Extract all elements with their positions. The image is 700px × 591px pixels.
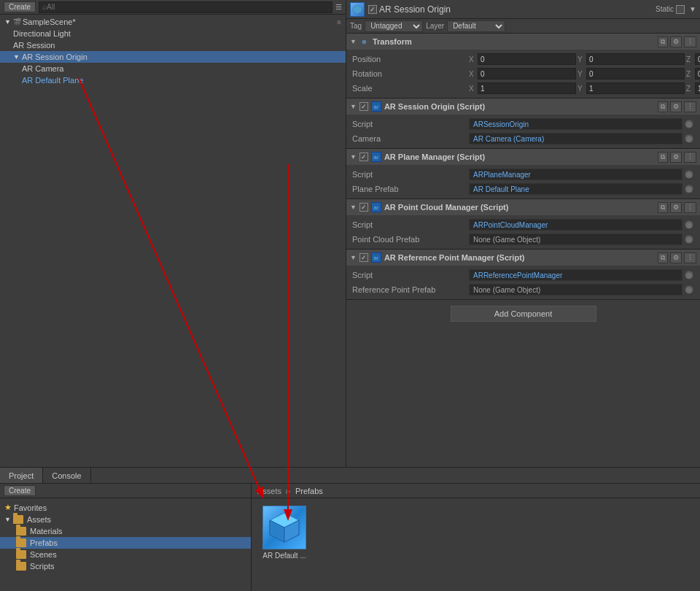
rotation-x-input[interactable] (478, 68, 576, 80)
ar-point-cloud-menu-btn[interactable]: ⋮ (684, 202, 696, 213)
ar-plane-prefab-value[interactable]: AR Default Plane (469, 183, 682, 195)
ar-session-origin-copy-btn[interactable]: ⧉ (658, 101, 668, 112)
ar-session-origin-actions: ⧉ ⚙ ⋮ (658, 101, 696, 112)
ar-session-camera-value[interactable]: AR Camera (Camera) (469, 133, 682, 144)
ar-point-cloud-active-checkbox[interactable] (359, 203, 368, 212)
hierarchy-item-ar-session[interactable]: AR Session (0, 39, 346, 51)
rotation-xyz: X Y Z (469, 68, 700, 80)
ar-point-cloud-settings-btn[interactable]: ⚙ (670, 202, 682, 213)
ar-reference-point-copy-btn[interactable]: ⧉ (658, 252, 668, 263)
transform-settings-btn[interactable]: ⚙ (670, 36, 682, 47)
ar-ref-point-script-select-btn[interactable]: ◎ (684, 270, 694, 280)
favorites-item[interactable]: ★ Favorites (0, 501, 251, 514)
transform-body: Position X Y Z Rotation X (346, 50, 700, 98)
layer-dropdown[interactable]: Default (447, 20, 505, 32)
hierarchy-menu-icon[interactable]: ☰ (335, 3, 342, 11)
ar-session-origin-comp-title: AR Session Origin (Script) (384, 102, 658, 111)
ar-point-cloud-script-select-btn[interactable]: ◎ (684, 220, 694, 230)
scale-x-input[interactable] (478, 82, 576, 94)
transform-section: ▼ ⊕ Transform ⧉ ⚙ ⋮ Position X (346, 34, 700, 98)
position-z-input[interactable] (695, 53, 700, 65)
ar-plane-manager-copy-btn[interactable]: ⧉ (658, 152, 668, 163)
ar-plane-prefab-select-btn[interactable]: ◎ (684, 184, 694, 194)
assets-root-item[interactable]: ▼ Assets (0, 514, 251, 525)
ar-point-cloud-prefab-value-container: None (Game Object) ◎ (469, 233, 694, 245)
ar-plane-manager-menu-btn[interactable]: ⋮ (684, 152, 696, 163)
position-row: Position X Y Z (346, 52, 700, 66)
ar-session-origin-active-checkbox[interactable] (359, 102, 368, 111)
hierarchy-item-ar-session-origin[interactable]: ▼ AR Session Origin (0, 51, 346, 63)
ar-reference-point-active-checkbox[interactable] (359, 253, 368, 262)
directional-light-label: Directional Light (13, 29, 71, 38)
transform-menu-btn[interactable]: ⋮ (684, 36, 696, 47)
ar-session-script-label: Script (352, 120, 469, 128)
prefabs-folder-item[interactable]: Prefabs (0, 537, 251, 549)
ar-point-cloud-prefab-value[interactable]: None (Game Object) (469, 233, 682, 245)
ar-session-origin-comp-triangle: ▼ (350, 103, 357, 110)
scale-y-input[interactable] (586, 82, 685, 94)
ar-session-script-select-btn[interactable]: ◎ (684, 119, 694, 129)
ar-point-cloud-body: Script ARPointCloudManager ◎ Point Cloud… (346, 215, 700, 249)
active-checkbox[interactable] (368, 5, 377, 14)
position-y-input[interactable] (586, 53, 685, 65)
ar-point-cloud-script-value[interactable]: ARPointCloudManager (469, 219, 682, 231)
breadcrumb-assets: Assets (257, 487, 281, 495)
tag-label: Tag (350, 22, 362, 30)
ar-point-cloud-prefab-select-btn[interactable]: ◎ (684, 234, 694, 244)
ar-plane-script-select-btn[interactable]: ◎ (684, 169, 694, 179)
ar-ref-point-prefab-row: Reference Point Prefab None (Game Object… (346, 282, 700, 297)
tab-project[interactable]: Project (0, 468, 43, 483)
rotation-row: Rotation X Y Z (346, 66, 700, 81)
scene-icon: 🎬 (13, 18, 21, 26)
ar-session-origin-settings-btn[interactable]: ⚙ (670, 101, 682, 112)
materials-folder-item[interactable]: Materials (0, 525, 251, 537)
position-x-input[interactable] (478, 53, 576, 65)
ar-session-camera-select-btn[interactable]: ◎ (684, 134, 694, 144)
tab-console[interactable]: Console (43, 468, 90, 483)
scripts-folder-item[interactable]: Scripts (0, 560, 251, 572)
position-y-label: Y (578, 55, 585, 63)
scale-z-input[interactable] (695, 82, 700, 94)
static-checkbox[interactable] (676, 5, 685, 14)
rotation-y-input[interactable] (586, 68, 685, 80)
ar-point-cloud-copy-btn[interactable]: ⧉ (658, 202, 668, 213)
position-xyz: X Y Z (469, 53, 700, 65)
ar-plane-manager-title: AR Plane Manager (Script) (384, 152, 658, 161)
create-button[interactable]: Create (4, 1, 36, 12)
transform-header[interactable]: ▼ ⊕ Transform ⧉ ⚙ ⋮ (346, 34, 700, 50)
ar-reference-point-menu-btn[interactable]: ⋮ (684, 252, 696, 263)
project-tab-label: Project (9, 471, 34, 480)
inspector-menu-icon[interactable]: ▼ (689, 5, 696, 13)
rotation-z-input[interactable] (695, 68, 700, 80)
hierarchy-item-directional-light[interactable]: Directional Light (0, 28, 346, 39)
ar-reference-point-title: AR Reference Point Manager (Script) (384, 253, 658, 262)
hierarchy-item-ar-default-plane[interactable]: AR Default Plane (0, 74, 346, 86)
breadcrumb-separator: ► (284, 487, 292, 495)
bottom-create-button[interactable]: Create (4, 485, 36, 496)
ar-point-cloud-header[interactable]: ▼ ar AR Point Cloud Manager (Script) ⧉ ⚙… (346, 199, 700, 215)
ar-plane-script-value[interactable]: ARPlaneManager (469, 169, 682, 180)
ar-reference-point-header[interactable]: ▼ ar AR Reference Point Manager (Script)… (346, 250, 700, 266)
tag-dropdown[interactable]: Untagged (365, 20, 423, 32)
ar-ref-point-prefab-select-btn[interactable]: ◎ (684, 285, 694, 295)
scene-item[interactable]: ▼ 🎬 SampleScene* ≡ (0, 16, 346, 28)
ar-default-plane-asset[interactable]: AR Default ... (259, 506, 310, 560)
ar-ref-point-script-label: Script (352, 271, 469, 279)
ar-plane-manager-active-checkbox[interactable] (359, 152, 368, 161)
search-input[interactable] (39, 1, 332, 13)
ar-plane-manager-header[interactable]: ▼ ar AR Plane Manager (Script) ⧉ ⚙ ⋮ (346, 149, 700, 165)
transform-copy-btn[interactable]: ⧉ (658, 36, 668, 47)
ar-session-origin-menu-btn[interactable]: ⋮ (684, 101, 696, 112)
scene-options-icon[interactable]: ≡ (337, 18, 341, 26)
ar-point-cloud-prefab-label: Point Cloud Prefab (352, 235, 469, 244)
scenes-folder-item[interactable]: Scenes (0, 549, 251, 560)
ar-ref-point-script-value[interactable]: ARReferencePointManager (469, 269, 682, 281)
add-component-button[interactable]: Add Component (451, 306, 596, 322)
ar-reference-point-settings-btn[interactable]: ⚙ (670, 252, 682, 263)
top-area: Create ☰ ▼ 🎬 SampleScene* ≡ Directional … (0, 0, 700, 467)
ar-plane-manager-settings-btn[interactable]: ⚙ (670, 152, 682, 163)
hierarchy-item-ar-camera[interactable]: AR Camera (0, 63, 346, 74)
ar-session-origin-header[interactable]: ▼ ar AR Session Origin (Script) ⧉ ⚙ ⋮ (346, 98, 700, 115)
ar-ref-point-prefab-value[interactable]: None (Game Object) (469, 284, 682, 296)
ar-session-script-value[interactable]: ARSessionOrigin (469, 118, 682, 130)
